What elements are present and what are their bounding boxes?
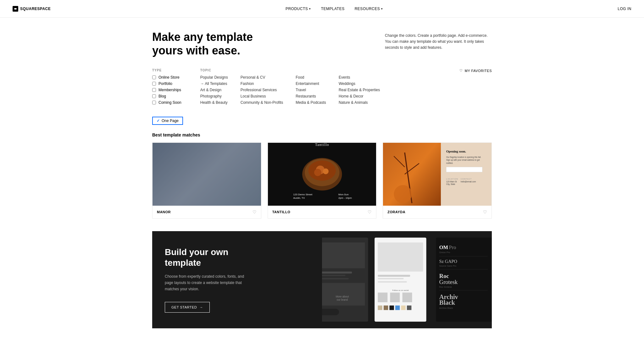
svg-text:Sz GAPO: Sz GAPO <box>439 259 457 264</box>
topic-travel[interactable]: Travel <box>296 88 326 92</box>
login-button[interactable]: LOG IN <box>618 7 631 11</box>
filter-coming-soon-checkbox[interactable] <box>152 101 156 104</box>
manor-info: MANOR ♡ <box>153 206 261 218</box>
topic-local-business[interactable]: Local Business <box>241 94 283 98</box>
svg-text:123 Main St: 123 Main St <box>446 181 457 183</box>
topic-col-4: Events Weddings Real Estate & Properties… <box>339 75 380 105</box>
topic-all-templates[interactable]: → All Templates <box>200 81 228 86</box>
svg-text:Opening soon.: Opening soon. <box>446 150 466 153</box>
topic-fashion[interactable]: Fashion <box>241 81 283 86</box>
svg-text:Source Sans Pro: Source Sans Pro <box>439 264 456 267</box>
hero-description: Change the colors. Create a portfolio pa… <box>385 33 492 51</box>
active-filters: ✓ One Page <box>152 114 492 125</box>
topic-popular[interactable]: Popular Designs <box>200 75 228 80</box>
svg-text:Roc Grotesk: Roc Grotesk <box>439 286 452 288</box>
topic-real-estate[interactable]: Real Estate & Properties <box>339 88 380 92</box>
one-page-filter-tag[interactable]: ✓ One Page <box>152 117 183 125</box>
svg-text:Pro: Pro <box>449 244 456 250</box>
manor-name: MANOR <box>157 210 171 214</box>
svg-point-17 <box>314 169 321 176</box>
svg-rect-45 <box>322 283 365 306</box>
topic-professional[interactable]: Professional Services <box>241 88 283 92</box>
svg-point-28 <box>394 185 412 203</box>
filter-memberships[interactable]: Memberships <box>152 88 181 92</box>
filter-portfolio[interactable]: Portfolio <box>152 81 181 86</box>
filter-coming-soon[interactable]: Coming Soon <box>152 100 181 105</box>
topic-events[interactable]: Events <box>339 75 380 80</box>
template-card-tantillo[interactable]: Tantillo 123 Demo Street Austin, TX Mon-… <box>268 142 377 219</box>
svg-text:notified.: notified. <box>446 162 453 164</box>
heart-icon: ♡ <box>459 69 463 73</box>
topic-community[interactable]: Community & Non-Profits <box>241 100 283 105</box>
tantillo-info: TANTILLO ♡ <box>268 206 376 218</box>
main-nav: PRODUCTS TEMPLATES RESOURCES <box>286 7 383 11</box>
logo[interactable]: SQUARESPACE <box>13 6 51 12</box>
build-section: Build your own template Choose from expe… <box>152 231 492 328</box>
svg-rect-33 <box>446 167 482 172</box>
squarespace-logo-icon <box>13 6 18 12</box>
topic-weddings[interactable]: Weddings <box>339 81 380 86</box>
tantillo-image: Tantillo 123 Demo Street Austin, TX Mon-… <box>268 143 376 206</box>
build-heading: Build your own template <box>165 247 309 268</box>
zorayda-favorite-icon[interactable]: ♡ <box>483 209 487 214</box>
checkmark-icon: ✓ <box>157 119 160 123</box>
nav-templates[interactable]: TEMPLATES <box>321 7 345 11</box>
svg-rect-63 <box>407 306 411 310</box>
build-text: Build your own template Choose from expe… <box>165 247 309 292</box>
topic-personal[interactable]: Personal & CV <box>241 75 283 80</box>
svg-rect-41 <box>322 242 365 268</box>
filter-blog[interactable]: Blog <box>152 94 181 98</box>
nav-resources[interactable]: RESOURCES <box>355 7 383 11</box>
svg-rect-60 <box>389 306 394 310</box>
svg-text:OM: OM <box>439 244 448 250</box>
svg-text:City, State: City, State <box>446 183 455 186</box>
svg-text:Roc: Roc <box>439 273 449 279</box>
best-matches-title: Best template matches <box>152 132 492 137</box>
svg-text:LOCATION: LOCATION <box>446 178 458 180</box>
topic-options: Popular Designs → All Templates Art & De… <box>200 75 393 105</box>
type-options: Online Store Portfolio Memberships Blog <box>152 75 181 105</box>
topic-home-decor[interactable]: Home & Decor <box>339 94 380 98</box>
filter-online-store-checkbox[interactable] <box>152 75 156 79</box>
topic-health[interactable]: Health & Beauty <box>200 100 228 105</box>
get-started-button[interactable]: GET STARTED <box>165 302 210 313</box>
filter-blog-checkbox[interactable] <box>152 94 156 98</box>
template-card-manor[interactable]: COMING SOON MANOR ♡ <box>152 142 261 219</box>
build-description: Choose from expertly curated colors, fon… <box>165 273 247 292</box>
type-filter-label: TYPE <box>152 69 181 72</box>
manor-preview: COMING SOON <box>153 143 261 206</box>
tantillo-favorite-icon[interactable]: ♡ <box>368 209 372 214</box>
tantillo-preview: Tantillo 123 Demo Street Austin, TX Mon-… <box>268 143 376 206</box>
nav-products[interactable]: PRODUCTS <box>286 7 311 11</box>
svg-rect-42 <box>322 272 352 274</box>
svg-point-16 <box>323 169 328 174</box>
my-favorites-button[interactable]: ♡ MY FAVORITES <box>459 69 492 73</box>
build-content: Build your own template Choose from expe… <box>152 231 322 328</box>
template-card-zorayda[interactable]: Opening soon. Our flagship location is o… <box>383 142 492 219</box>
main-content: Make any template yours with ease. Chang… <box>133 18 511 341</box>
svg-rect-44 <box>322 278 349 279</box>
topic-food[interactable]: Food <box>296 75 326 80</box>
filter-portfolio-checkbox[interactable] <box>152 82 156 86</box>
manor-overlay <box>153 143 261 206</box>
filter-online-store[interactable]: Online Store <box>152 75 181 80</box>
svg-rect-51 <box>378 275 410 277</box>
topic-nature[interactable]: Nature & Animals <box>339 100 380 105</box>
manor-favorite-icon[interactable]: ♡ <box>253 209 257 214</box>
hero-title: Make any template yours with ease. <box>152 30 253 57</box>
topic-photography[interactable]: Photography <box>200 94 228 98</box>
topic-restaurants[interactable]: Restaurants <box>296 94 326 98</box>
filter-memberships-checkbox[interactable] <box>152 88 156 92</box>
topic-media[interactable]: Media & Podcasts <box>296 100 326 105</box>
zorayda-preview: Opening soon. Our flagship location is o… <box>383 143 491 206</box>
svg-rect-57 <box>402 293 412 303</box>
svg-rect-24 <box>383 143 441 206</box>
svg-text:More about: More about <box>336 295 349 298</box>
svg-rect-58 <box>378 306 382 310</box>
svg-text:our brand: our brand <box>337 298 348 301</box>
topic-art[interactable]: Art & Design <box>200 88 228 92</box>
svg-rect-62 <box>401 306 405 310</box>
svg-text:2pm - 10pm: 2pm - 10pm <box>338 197 352 200</box>
topic-entertainment[interactable]: Entertainment <box>296 81 326 86</box>
topic-col-3: Food Entertainment Travel Restaurants Me… <box>296 75 326 105</box>
